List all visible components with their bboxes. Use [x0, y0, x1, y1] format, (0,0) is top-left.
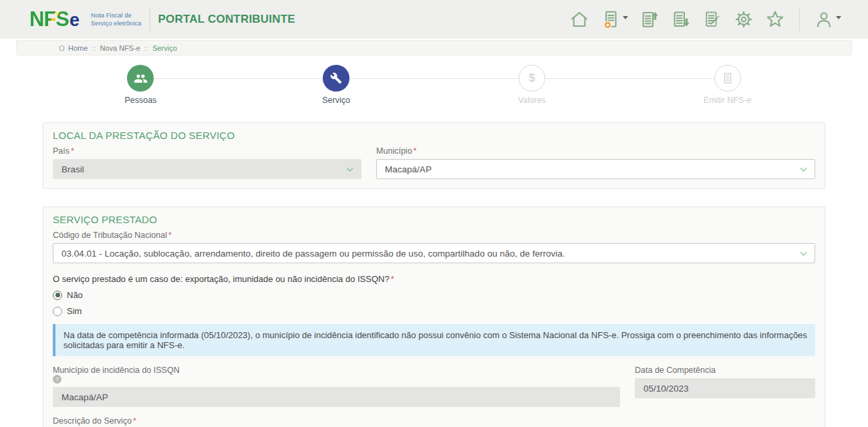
home-icon[interactable] [569, 9, 589, 29]
logo-divider [150, 8, 150, 31]
radio-selected-icon [53, 291, 62, 300]
municipio-select[interactable]: Macapá/AP [376, 159, 815, 179]
breadcrumb-separator: :: [144, 44, 148, 52]
chevron-down-icon [801, 249, 807, 256]
user-caret-icon [836, 16, 841, 19]
data-competencia-input: 05/10/2023 [635, 378, 815, 398]
favorites-icon[interactable] [765, 9, 785, 29]
new-nfse-caret-icon [623, 16, 628, 19]
nfse-logo[interactable]: NFS e Nota Fiscal de Serviço eletrônica … [29, 7, 295, 31]
settings-icon[interactable] [734, 9, 754, 29]
convenio-info-alert: Na data de competência informada (05/10/… [53, 324, 815, 356]
issued-notes-icon[interactable] [639, 9, 660, 29]
help-icon[interactable]: ? [53, 375, 61, 384]
servico-prestado-section: SERVIÇO PRESTADO Código de Tributação Na… [43, 206, 825, 427]
home-small-icon [58, 44, 65, 51]
required-marker: * [168, 231, 172, 240]
pais-field: País* Brasil [53, 146, 361, 179]
chevron-down-icon [801, 165, 807, 172]
breadcrumb-home-link[interactable]: Home [58, 44, 88, 52]
chevron-down-icon [347, 165, 353, 172]
step-servico[interactable]: Serviço [239, 65, 434, 105]
breadcrumb-nova-nfse-link[interactable]: Nova NFS-e [100, 44, 140, 52]
municipio-incidencia-input: Macapá/AP [53, 387, 620, 407]
logo-tagline: Nota Fiscal de Serviço eletrônica [91, 11, 142, 27]
local-prestacao-section: LOCAL DA PRESTAÇÃO DO SERVIÇO País* Bras… [43, 122, 825, 189]
step-emitir-nfse[interactable]: Emitir NFS-e [629, 65, 825, 105]
breadcrumb-current: Serviço [152, 44, 177, 52]
data-competencia-label: Data de Competência [635, 366, 815, 375]
header-toolbar [569, 7, 841, 31]
wizard-stepper: Pessoas Serviço $ Valores Emitir NFS-e [43, 65, 825, 105]
data-competencia-field: Data de Competência 05/10/2023 [635, 366, 815, 407]
logo-nfs: NFS [29, 7, 69, 31]
required-marker: * [391, 274, 394, 284]
breadcrumb-separator: :: [92, 44, 96, 52]
portal-title: PORTAL CONTRIBUINTE [158, 13, 295, 26]
descricao-servico-label: Descrição do Serviço* [53, 416, 815, 426]
radio-nao[interactable]: Não [53, 290, 83, 300]
radio-unselected-icon [53, 307, 62, 316]
required-marker: * [133, 416, 136, 426]
dollar-icon: $ [519, 65, 545, 92]
app-header: NFS e Nota Fiscal de Serviço eletrônica … [0, 0, 868, 39]
municipio-field: Município* Macapá/AP [376, 146, 815, 179]
step-valores[interactable]: $ Valores [434, 65, 630, 105]
pais-label: País* [53, 146, 361, 156]
required-marker: * [71, 146, 74, 156]
people-icon [127, 65, 154, 92]
user-icon[interactable] [814, 9, 841, 29]
local-prestacao-title: LOCAL DA PRESTAÇÃO DO SERVIÇO [53, 130, 815, 141]
codigo-tributacao-select[interactable]: 03.04.01 - Locação, sublocação, arrendam… [53, 243, 815, 263]
codigo-tributacao-label: Código de Tributação Nacional* [53, 231, 815, 240]
required-marker: * [414, 146, 417, 156]
issqn-question: O serviço prestado é um caso de: exporta… [53, 274, 815, 284]
wrench-icon [323, 65, 349, 92]
draft-notes-icon[interactable] [702, 9, 722, 29]
municipio-incidencia-field: Município de incidência do ISSQN ? Macap… [53, 366, 620, 407]
pais-select[interactable]: Brasil [53, 159, 361, 179]
toolbar-divider [799, 7, 800, 31]
municipio-incidencia-label: Município de incidência do ISSQN ? [53, 366, 620, 384]
new-nfse-icon[interactable] [601, 9, 628, 29]
main-content: Pessoas Serviço $ Valores Emitir NFS-e [0, 65, 868, 427]
received-notes-icon[interactable] [671, 9, 691, 29]
breadcrumb: Home :: Nova NFS-e :: Serviço [16, 40, 852, 55]
radio-sim[interactable]: Sim [53, 306, 82, 316]
servico-prestado-title: SERVIÇO PRESTADO [53, 214, 815, 225]
logo-e: e [69, 10, 80, 31]
invoice-icon [714, 65, 741, 92]
municipio-label: Município* [376, 146, 815, 156]
step-pessoas[interactable]: Pessoas [43, 65, 239, 105]
nfse-logo-text: NFS e [29, 7, 80, 31]
